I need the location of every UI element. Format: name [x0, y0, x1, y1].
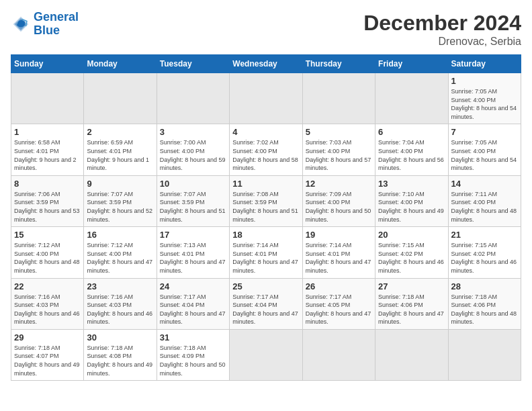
day-number: 11	[232, 179, 299, 189]
day-cell: 9Sunrise: 7:07 AMSunset: 3:59 PMDaylight…	[84, 175, 157, 226]
day-number: 8	[14, 179, 81, 189]
day-header-wednesday: Wednesday	[230, 55, 302, 73]
day-info: Sunrise: 7:15 AMSunset: 4:02 PMDaylight:…	[378, 241, 445, 275]
day-cell: 27Sunrise: 7:18 AMSunset: 4:06 PMDayligh…	[375, 278, 448, 329]
day-info: Sunrise: 7:06 AMSunset: 3:59 PMDaylight:…	[14, 190, 81, 224]
day-cell	[302, 73, 375, 124]
day-cell: 11Sunrise: 7:08 AMSunset: 3:59 PMDayligh…	[230, 175, 302, 226]
day-number: 18	[232, 230, 299, 240]
day-cell	[11, 73, 84, 124]
day-cell: 18Sunrise: 7:14 AMSunset: 4:01 PMDayligh…	[230, 227, 302, 278]
day-info: Sunrise: 7:18 AMSunset: 4:06 PMDaylight:…	[451, 293, 518, 326]
day-number: 19	[306, 230, 372, 240]
day-number: 31	[160, 332, 226, 342]
day-info: Sunrise: 7:07 AMSunset: 3:59 PMDaylight:…	[87, 190, 153, 224]
header: General Blue December 2024 Drenovac, Ser…	[11, 11, 521, 48]
day-number: 13	[378, 179, 445, 189]
day-cell: 8Sunrise: 7:06 AMSunset: 3:59 PMDaylight…	[11, 175, 84, 226]
day-cell: 6Sunrise: 7:04 AMSunset: 4:00 PMDaylight…	[375, 124, 448, 175]
week-row-3: 15Sunrise: 7:12 AMSunset: 4:00 PMDayligh…	[11, 227, 521, 278]
day-header-monday: Monday	[84, 55, 157, 73]
day-cell	[157, 73, 229, 124]
day-number: 2	[87, 127, 153, 137]
day-header-tuesday: Tuesday	[157, 55, 229, 73]
day-number: 24	[160, 281, 226, 291]
week-row-5: 29Sunrise: 7:18 AMSunset: 4:07 PMDayligh…	[11, 329, 521, 380]
week-row-4: 22Sunrise: 7:16 AMSunset: 4:03 PMDayligh…	[11, 278, 521, 329]
day-cell: 2Sunrise: 6:59 AMSunset: 4:01 PMDaylight…	[84, 124, 157, 175]
day-number: 25	[232, 281, 299, 291]
week-row-2: 8Sunrise: 7:06 AMSunset: 3:59 PMDaylight…	[11, 175, 521, 226]
logo: General Blue	[11, 11, 79, 38]
day-cell: 21Sunrise: 7:15 AMSunset: 4:02 PMDayligh…	[448, 227, 521, 278]
day-cell: 5Sunrise: 7:03 AMSunset: 4:00 PMDaylight…	[302, 124, 375, 175]
day-header-friday: Friday	[375, 55, 448, 73]
day-number: 23	[87, 281, 153, 291]
day-cell: 17Sunrise: 7:13 AMSunset: 4:01 PMDayligh…	[157, 227, 229, 278]
day-cell: 3Sunrise: 7:00 AMSunset: 4:00 PMDaylight…	[157, 124, 229, 175]
day-info: Sunrise: 7:14 AMSunset: 4:01 PMDaylight:…	[232, 241, 299, 275]
day-cell: 1Sunrise: 6:58 AMSunset: 4:01 PMDaylight…	[11, 124, 84, 175]
day-cell: 29Sunrise: 7:18 AMSunset: 4:07 PMDayligh…	[11, 329, 84, 380]
day-number: 20	[378, 230, 445, 240]
day-info: Sunrise: 7:12 AMSunset: 4:00 PMDaylight:…	[14, 241, 81, 275]
day-number: 4	[232, 127, 299, 137]
day-cell: 7Sunrise: 7:05 AMSunset: 4:00 PMDaylight…	[448, 124, 521, 175]
day-info: Sunrise: 7:02 AMSunset: 4:00 PMDaylight:…	[232, 138, 299, 172]
day-cell: 28Sunrise: 7:18 AMSunset: 4:06 PMDayligh…	[448, 278, 521, 329]
day-cell: 19Sunrise: 7:14 AMSunset: 4:01 PMDayligh…	[302, 227, 375, 278]
day-number: 15	[14, 230, 81, 240]
day-cell: 13Sunrise: 7:10 AMSunset: 4:00 PMDayligh…	[375, 175, 448, 226]
day-number: 3	[160, 127, 226, 137]
day-info: Sunrise: 7:10 AMSunset: 4:00 PMDaylight:…	[378, 190, 445, 224]
day-number: 12	[306, 179, 372, 189]
calendar-container: General Blue December 2024 Drenovac, Ser…	[0, 0, 532, 411]
calendar-body: 1Sunrise: 7:05 AMSunset: 4:00 PMDaylight…	[11, 73, 521, 381]
day-cell	[448, 329, 521, 380]
day-info: Sunrise: 7:14 AMSunset: 4:01 PMDaylight:…	[306, 241, 372, 275]
day-info: Sunrise: 7:17 AMSunset: 4:05 PMDaylight:…	[306, 293, 372, 326]
day-cell	[230, 329, 302, 380]
day-cell: 26Sunrise: 7:17 AMSunset: 4:05 PMDayligh…	[302, 278, 375, 329]
day-cell	[375, 73, 448, 124]
day-info: Sunrise: 6:59 AMSunset: 4:01 PMDaylight:…	[87, 138, 153, 172]
day-info: Sunrise: 7:07 AMSunset: 3:59 PMDaylight:…	[160, 190, 226, 224]
month-title: December 2024	[363, 11, 521, 36]
day-info: Sunrise: 7:04 AMSunset: 4:00 PMDaylight:…	[378, 138, 445, 172]
day-cell: 31Sunrise: 7:18 AMSunset: 4:09 PMDayligh…	[157, 329, 229, 380]
day-cell: 24Sunrise: 7:17 AMSunset: 4:04 PMDayligh…	[157, 278, 229, 329]
day-cell: 10Sunrise: 7:07 AMSunset: 3:59 PMDayligh…	[157, 175, 229, 226]
day-info: Sunrise: 7:09 AMSunset: 4:00 PMDaylight:…	[306, 190, 372, 224]
day-number: 5	[306, 127, 372, 137]
calendar-table: SundayMondayTuesdayWednesdayThursdayFrid…	[11, 54, 521, 381]
logo-text: General Blue	[34, 11, 79, 38]
day-info: Sunrise: 7:18 AMSunset: 4:09 PMDaylight:…	[160, 344, 226, 377]
day-info: Sunrise: 7:18 AMSunset: 4:07 PMDaylight:…	[14, 344, 81, 377]
day-info: Sunrise: 7:00 AMSunset: 4:00 PMDaylight:…	[160, 138, 226, 172]
day-number: 7	[451, 127, 518, 137]
title-block: December 2024 Drenovac, Serbia	[363, 11, 521, 48]
day-info: Sunrise: 7:18 AMSunset: 4:08 PMDaylight:…	[87, 344, 153, 377]
day-number: 6	[378, 127, 445, 137]
logo-icon	[11, 14, 31, 34]
day-info: Sunrise: 7:18 AMSunset: 4:06 PMDaylight:…	[378, 293, 445, 326]
day-cell: 4Sunrise: 7:02 AMSunset: 4:00 PMDaylight…	[230, 124, 302, 175]
logo-general: General	[34, 10, 79, 24]
day-info: Sunrise: 7:16 AMSunset: 4:03 PMDaylight:…	[87, 293, 153, 326]
day-header-saturday: Saturday	[448, 55, 521, 73]
logo-blue: Blue	[34, 24, 60, 37]
week-row-1: 1Sunrise: 6:58 AMSunset: 4:01 PMDaylight…	[11, 124, 521, 175]
day-header-sunday: Sunday	[11, 55, 84, 73]
day-info: Sunrise: 7:13 AMSunset: 4:01 PMDaylight:…	[160, 241, 226, 275]
day-info: Sunrise: 7:16 AMSunset: 4:03 PMDaylight:…	[14, 293, 81, 326]
week-row-0: 1Sunrise: 7:05 AMSunset: 4:00 PMDaylight…	[11, 73, 521, 124]
day-number: 1	[451, 76, 518, 86]
day-number: 14	[451, 179, 518, 189]
location-subtitle: Drenovac, Serbia	[363, 36, 521, 48]
day-info: Sunrise: 6:58 AMSunset: 4:01 PMDaylight:…	[14, 138, 81, 172]
day-number: 22	[14, 281, 81, 291]
day-cell: 20Sunrise: 7:15 AMSunset: 4:02 PMDayligh…	[375, 227, 448, 278]
day-cell: 16Sunrise: 7:12 AMSunset: 4:00 PMDayligh…	[84, 227, 157, 278]
day-number: 27	[378, 281, 445, 291]
day-number: 21	[451, 230, 518, 240]
